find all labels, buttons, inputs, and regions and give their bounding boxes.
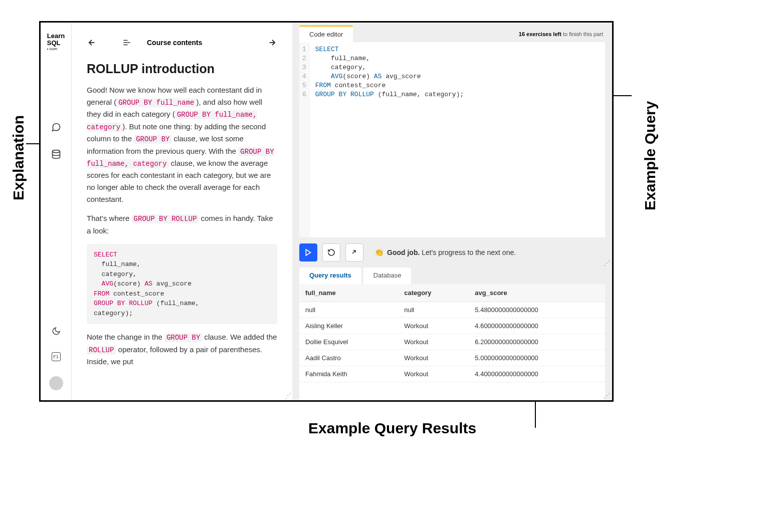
right-panel: Code editor 16 exercises left to finish … [292,23,612,400]
annotation-line [26,143,40,144]
paragraph-3: Note the change in the GROUP BY clause. … [87,331,277,368]
reset-button[interactable] [322,243,340,261]
explain-header: Course contents [72,23,292,53]
database-icon[interactable] [50,148,62,160]
run-button[interactable] [299,243,317,261]
results-table: full_namecategoryavg_score nullnull5.480… [299,284,605,400]
avatar[interactable] [49,376,63,390]
logo-line1: Learn [47,33,65,40]
column-header: full_name [299,284,398,302]
back-icon[interactable] [87,38,97,48]
tab-code-editor[interactable]: Code editor [299,26,353,42]
code-chip: GROUP BY [164,333,202,342]
course-contents-label[interactable]: Course contents [147,39,257,47]
code-chip: GROUP BY full_name [116,98,196,107]
tab-database[interactable]: Database [363,268,412,284]
svg-point-0 [52,150,60,153]
resize-handle-icon[interactable]: ⋰ [285,392,291,399]
fullscreen-icon[interactable]: F1 [52,352,61,361]
editor-top-bar: Code editor 16 exercises left to finish … [292,23,612,42]
column-header: category [398,284,469,302]
logo-line2: SQL [47,40,65,47]
chat-icon[interactable] [50,121,62,133]
code-chip: GROUP BY ROLLUP [132,214,199,223]
code-chip: GROUP BY [134,135,171,144]
code-text[interactable]: SELECT full_name, category, AVG(score) A… [310,42,605,237]
tab-query-results[interactable]: Query results [299,268,361,284]
code-editor-section: Code editor 16 exercises left to finish … [292,23,612,268]
line-gutter: 123456 [299,42,310,237]
moon-icon[interactable] [50,325,62,337]
annotation-example-query: Example Query [642,101,659,210]
exercises-left-label: 16 exercises left to finish this part [517,27,605,41]
annotation-example-results: Example Query Results [308,420,476,437]
annotation-explanation: Explanation [10,115,27,200]
results-section: Query results Database full_namecategory… [292,268,612,400]
table-row: Aisling KellerWorkout4.6000000000000000 [299,318,605,334]
clap-icon: 👏 [374,248,384,257]
code-block: SELECT full_name, category, AVG(score) A… [87,244,277,325]
explanation-panel: Course contents ROLLUP introduction Good… [72,23,292,400]
results-tabs: Query results Database [292,268,612,284]
paragraph-1: Good! Now we know how well each contesta… [87,84,277,205]
table-row: Dollie EsquivelWorkout6.2000000000000000 [299,334,605,350]
sidebar: Learn SQL • com F1 [41,23,72,400]
svg-marker-4 [306,249,310,255]
logo-sub: • com [47,47,65,52]
code-chip: ROLLUP [87,346,116,355]
app-frame: Learn SQL • com F1 Course contents [39,21,614,402]
page-title: ROLLUP introduction [87,62,277,76]
next-button[interactable] [345,243,363,261]
menu-icon[interactable] [122,38,132,48]
editor-controls: 👏 Good job. Let's progress to the next o… [292,237,612,268]
column-header: avg_score [469,284,605,302]
paragraph-2: That's where GROUP BY ROLLUP comes in ha… [87,212,277,236]
explain-body: Good! Now we know how well each contesta… [72,84,292,400]
code-editor[interactable]: 123456 SELECT full_name, category, AVG(s… [299,42,605,237]
resize-handle-icon[interactable]: ⋰ [604,392,610,399]
logo[interactable]: Learn SQL • com [43,33,69,51]
table-row: Fahmida KeithWorkout4.4000000000000000 [299,366,605,382]
table-row: Aadil CastroWorkout5.0000000000000000 [299,350,605,366]
resize-handle-icon[interactable]: ⋰ [604,259,610,267]
table-row: nullnull5.4800000000000000 [299,302,605,318]
status-message: 👏 Good job. Let's progress to the next o… [374,248,516,257]
forward-icon[interactable] [267,38,277,48]
